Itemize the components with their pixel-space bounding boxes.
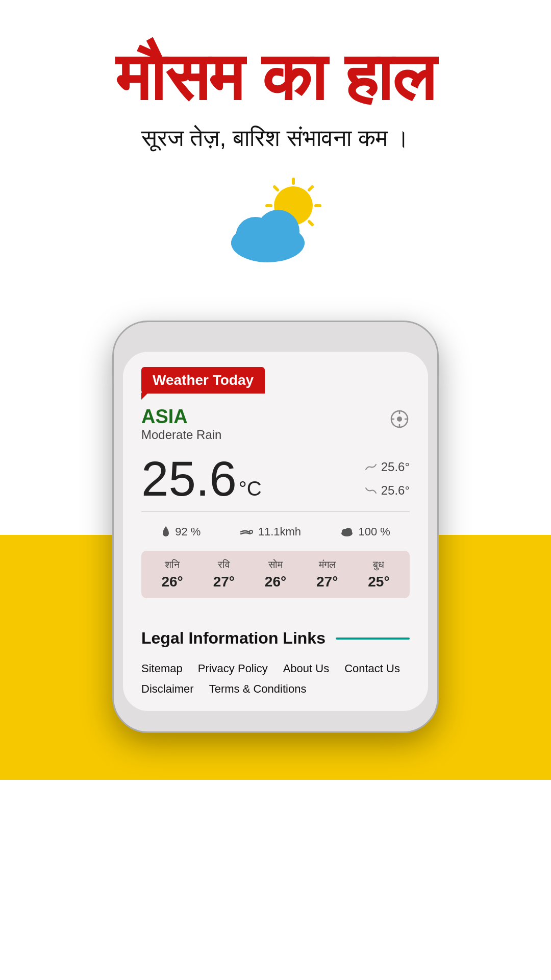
temp-unit: °C	[239, 477, 262, 500]
phone-section: Weather Today ASIA Moderate Rain	[0, 321, 551, 780]
wind-value: 11.1kmh	[258, 525, 301, 538]
main-temp-container: 25.6 °C	[141, 454, 262, 503]
forecast-day-4: बुध 25°	[353, 559, 405, 590]
cloud-value: 100 %	[358, 525, 390, 538]
cloud-stat: 100 %	[340, 525, 390, 538]
weather-card: Weather Today ASIA Moderate Rain	[123, 352, 428, 608]
forecast-row: शनि 26° रवि 27° सोम 26° मंगल	[141, 551, 410, 598]
forecast-day-2: सोम 26°	[249, 559, 301, 590]
phone-notch	[245, 337, 306, 352]
weather-badge: Weather Today	[141, 367, 265, 394]
weather-icon-container	[31, 178, 520, 270]
hindi-subtitle: सूरज तेज़, बारिश संभावना कम ।	[31, 124, 520, 152]
svg-line-7	[309, 187, 312, 190]
legal-divider-line	[336, 638, 410, 640]
forecast-temp-3: 27°	[302, 574, 353, 590]
forecast-temp-1: 27°	[198, 574, 249, 590]
stats-row: 92 % 11.1kmh	[141, 520, 410, 547]
phone-mockup: Weather Today ASIA Moderate Rain	[112, 321, 439, 733]
svg-point-22	[345, 528, 352, 535]
legal-link-terms[interactable]: Terms & Conditions	[209, 682, 307, 696]
phone-screen: Weather Today ASIA Moderate Rain	[123, 352, 428, 711]
temp-high-value: 25.6°	[381, 460, 410, 474]
humidity-value: 92 %	[175, 525, 201, 538]
humidity-stat: 92 %	[161, 525, 201, 538]
top-section: मौसम का हाल सूरज तेज़, बारिश संभावना कम …	[0, 0, 551, 321]
location-name-container: ASIA Moderate Rain	[141, 406, 221, 451]
svg-point-14	[397, 416, 402, 422]
sun-cloud-icon	[219, 178, 332, 270]
forecast-day-3: मंगल 27°	[302, 559, 353, 590]
legal-link-privacy[interactable]: Privacy Policy	[198, 662, 268, 675]
location-icon[interactable]	[389, 409, 410, 434]
forecast-day-name-2: सोम	[249, 559, 301, 571]
svg-point-19	[249, 530, 253, 533]
forecast-day-0: शनि 26°	[146, 559, 198, 590]
legal-link-about[interactable]: About Us	[283, 662, 330, 675]
legal-link-disclaimer[interactable]: Disclaimer	[141, 682, 194, 696]
temp-range: 25.6° 25.6°	[365, 460, 410, 498]
legal-section: Legal Information Links Sitemap Privacy …	[123, 608, 428, 711]
forecast-day-1: रवि 27°	[198, 559, 249, 590]
main-hindi-title: मौसम का हाल	[31, 41, 520, 114]
svg-line-6	[309, 222, 312, 225]
temp-low-value: 25.6°	[381, 483, 410, 498]
legal-section-title: Legal Information Links	[141, 629, 325, 648]
phone-wrapper: Weather Today ASIA Moderate Rain	[0, 321, 551, 733]
svg-point-12	[231, 228, 305, 258]
svg-line-5	[274, 187, 278, 190]
forecast-day-name-1: रवि	[198, 559, 249, 571]
legal-link-sitemap[interactable]: Sitemap	[141, 662, 183, 675]
weather-description: Moderate Rain	[141, 428, 221, 442]
temp-low: 25.6°	[365, 483, 410, 498]
forecast-temp-4: 25°	[353, 574, 405, 590]
forecast-day-name-0: शनि	[146, 559, 198, 571]
location-row: ASIA Moderate Rain	[141, 406, 410, 451]
temp-high: 25.6°	[365, 460, 410, 474]
legal-links-row: Sitemap Privacy Policy About Us Contact …	[141, 662, 410, 696]
forecast-day-name-3: मंगल	[302, 559, 353, 571]
location-name: ASIA	[141, 406, 221, 428]
legal-title-row: Legal Information Links	[141, 629, 410, 648]
forecast-day-name-4: बुध	[353, 559, 405, 571]
legal-link-contact[interactable]: Contact Us	[344, 662, 400, 675]
divider	[141, 511, 410, 512]
wind-stat: 11.1kmh	[240, 525, 301, 538]
main-temperature: 25.6	[141, 454, 237, 503]
forecast-temp-0: 26°	[146, 574, 198, 590]
temp-row: 25.6 °C 25.6° 2	[141, 454, 410, 503]
forecast-temp-2: 26°	[249, 574, 301, 590]
